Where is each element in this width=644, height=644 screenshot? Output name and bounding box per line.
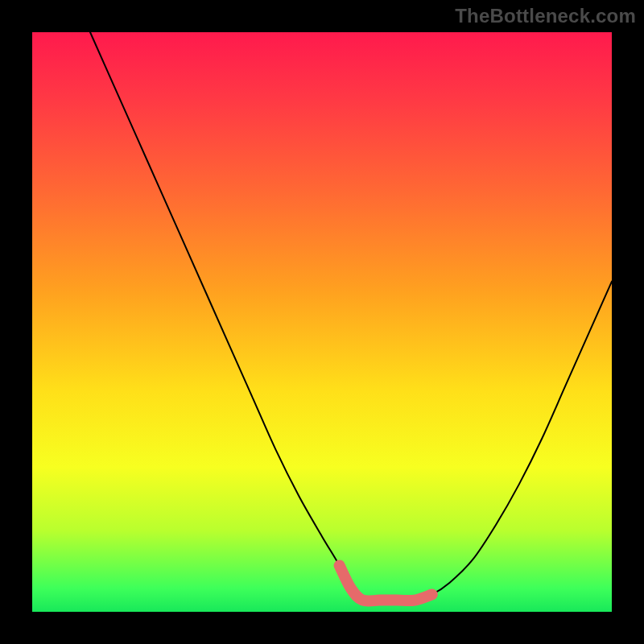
bottleneck-curve-svg — [32, 32, 612, 612]
watermark-text: TheBottleneck.com — [455, 5, 636, 27]
bottleneck-plateau-highlight — [340, 565, 432, 601]
bottleneck-curve-line — [90, 32, 612, 601]
chart-frame: TheBottleneck.com — [0, 0, 644, 644]
